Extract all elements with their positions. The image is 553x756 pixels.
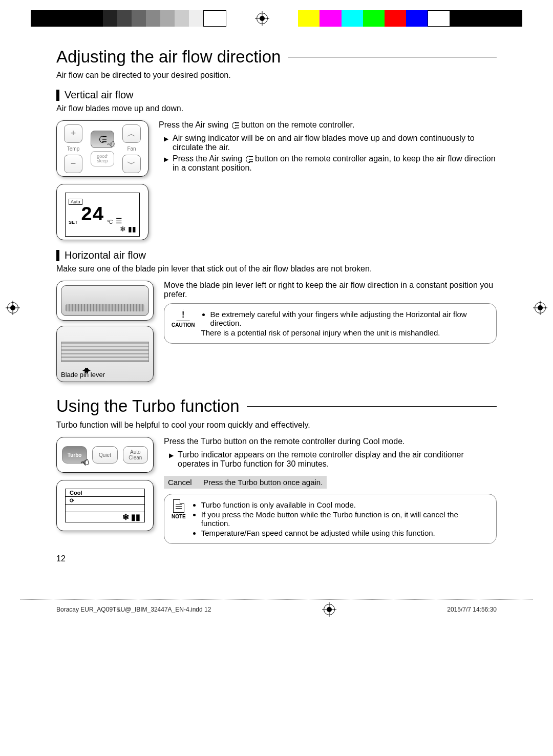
vertical-bullet-1: Air swing indicator will be on and air ﬂ… xyxy=(173,134,497,152)
temp-down-button[interactable]: − xyxy=(64,155,82,173)
blade-pin-label: Blade pin lever xyxy=(61,371,105,379)
horizontal-airflow-title: Horizontal air ﬂow xyxy=(65,249,146,261)
vertical-airflow-desc: Air ﬂow blades move up and down. xyxy=(56,104,497,113)
registration-mark-icon xyxy=(257,13,268,24)
temp-up-button[interactable]: + xyxy=(64,124,82,143)
cancel-label: Cancel xyxy=(168,478,192,487)
unit-figures: ◂▸ Blade pin lever xyxy=(56,281,154,382)
note-icon xyxy=(173,499,184,513)
ac-unit-figure xyxy=(56,281,154,321)
triangle-bullet-icon: ▶ xyxy=(164,154,168,173)
lcd-turbo-icon: ⟳ xyxy=(70,497,74,504)
turbo-lead: Press the Turbo button on the remote con… xyxy=(164,437,497,446)
horizontal-airflow-desc: Make sure one of the blade pin lever tha… xyxy=(56,264,497,274)
footer-date: 2015/7/7 14:56:30 xyxy=(447,606,497,613)
lcd-fan-icon: ❄ ▮▮ xyxy=(69,225,136,233)
blade-pin-closeup-figure: ◂▸ Blade pin lever xyxy=(56,326,154,382)
registration-mark-left-icon xyxy=(7,302,18,313)
auto-clean-button[interactable]: Auto Clean xyxy=(123,446,148,464)
caution-callout: ! CAUTION Be extremely careful with your… xyxy=(164,303,497,344)
vertical-lead: Press the Air swing button on the remote… xyxy=(159,120,497,130)
air-swing-inline-icon xyxy=(245,156,253,163)
vertical-bullet-2: Press the Air swing button on the remote… xyxy=(173,154,497,173)
note-text-3: Temperature/Fan speed cannot be adjusted… xyxy=(201,529,489,537)
pointer-hand-icon: ☜ xyxy=(79,456,91,470)
registration-mark-footer-icon xyxy=(324,604,335,615)
caution-icon: ! xyxy=(177,309,190,321)
page-number: 12 xyxy=(56,554,497,563)
note-text-2: If you press the Mode button while the T… xyxy=(201,510,489,528)
note-text-1: Turbo function is only available in Cool… xyxy=(201,500,489,509)
lcd-fan-icon: ❄ ▮▮ xyxy=(122,512,140,522)
vertical-airflow-title: Vertical air ﬂow xyxy=(65,89,134,101)
footer-file: Boracay EUR_AQ09T&U@_IBIM_32447A_EN-4.in… xyxy=(56,606,211,613)
good-sleep-button[interactable]: good' sleep xyxy=(91,151,114,166)
lcd-swing-icon: ☰ xyxy=(116,217,122,225)
triangle-bullet-icon: ▶ xyxy=(169,450,174,469)
remote-figures: + Temp − ☜ good' sleep ︿ Fan ﹀ xyxy=(56,120,148,240)
section1-title: Adjusting the air ﬂow direction xyxy=(56,47,281,67)
print-color-bar xyxy=(31,10,522,27)
lcd-temp-unit: °C xyxy=(107,219,113,225)
title-rule xyxy=(288,57,497,57)
turbo-figures: Turbo ☜ Quiet Auto Clean Cool ⟳ ❄ ▮▮ xyxy=(56,437,154,531)
turbo-bullet-1: Turbo indicator appears on the remote co… xyxy=(178,450,497,469)
lcd-set-label: SET xyxy=(69,220,78,225)
lcd-cool-indicator: Cool xyxy=(70,490,82,496)
horizontal-lead: Move the blade pin lever left or right t… xyxy=(164,281,497,299)
pointer-hand-icon: ☜ xyxy=(104,137,117,152)
lcd-auto-indicator: Auto xyxy=(69,199,82,205)
caution-text-2: There is a potential risk of personal in… xyxy=(201,328,489,337)
remote-top-figure: + Temp − ☜ good' sleep ︿ Fan ﹀ xyxy=(56,120,148,177)
turbo-lcd-figure: Cool ⟳ ❄ ▮▮ xyxy=(56,480,154,531)
quiet-button[interactable]: Quiet xyxy=(92,446,117,464)
temp-label: Temp xyxy=(67,146,79,152)
air-swing-button[interactable]: ☜ xyxy=(91,131,114,148)
turbo-remote-figure: Turbo ☜ Quiet Auto Clean xyxy=(56,437,154,473)
turbo-button[interactable]: Turbo ☜ xyxy=(62,446,87,464)
section2-intro: Turbo function will be helpful to cool y… xyxy=(56,420,497,430)
section2-title: Using the Turbo function xyxy=(56,396,240,416)
note-callout: NOTE Turbo function is only available in… xyxy=(164,494,497,544)
title-rule xyxy=(247,406,497,407)
note-label: NOTE xyxy=(172,514,186,519)
cancel-strip: Cancel Press the Turbo button once again… xyxy=(164,476,327,489)
remote-lcd-figure: Auto SET 24 °C ☰ ❄ ▮▮ xyxy=(56,184,148,240)
print-footer: Boracay EUR_AQ09T&U@_IBIM_32447A_EN-4.in… xyxy=(20,599,533,615)
caution-text-1: Be extremely careful with your ﬁngers wh… xyxy=(210,310,489,327)
cancel-text: Press the Turbo button once again. xyxy=(203,478,323,487)
air-swing-inline-icon xyxy=(231,122,239,129)
fan-label: Fan xyxy=(127,146,136,152)
sub-bar-icon xyxy=(56,250,59,261)
registration-mark-right-icon xyxy=(535,302,546,313)
section1-intro: Air ﬂow can be directed to your desired … xyxy=(56,71,497,80)
fan-up-button[interactable]: ︿ xyxy=(122,124,141,143)
triangle-bullet-icon: ▶ xyxy=(164,134,168,152)
fan-down-button[interactable]: ﹀ xyxy=(122,155,141,173)
caution-label: CAUTION xyxy=(172,322,195,328)
sub-bar-icon xyxy=(56,90,59,101)
lcd-temp-value: 24 xyxy=(81,205,104,225)
